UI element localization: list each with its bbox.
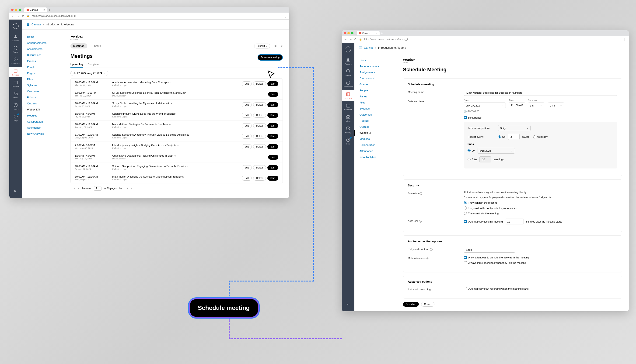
rail-collapse-icon[interactable]: ⇤ bbox=[344, 300, 352, 308]
join-button[interactable]: Join bbox=[268, 92, 278, 97]
tone-select[interactable]: Beep⌄ bbox=[464, 247, 515, 252]
window-minimize-icon[interactable] bbox=[15, 8, 17, 11]
browser-tab[interactable]: Canvas × bbox=[357, 31, 380, 36]
start-button[interactable]: Start bbox=[267, 81, 278, 86]
url-text[interactable]: https://www.canvas.com/courses/webex_lti bbox=[32, 15, 281, 17]
back-button[interactable]: ← bbox=[12, 14, 15, 18]
rail-account[interactable]: Account bbox=[342, 56, 354, 66]
ends-on-radio[interactable]: On bbox=[468, 149, 475, 152]
new-tab-button[interactable]: + bbox=[381, 31, 383, 35]
delete-button[interactable]: Delete bbox=[253, 165, 266, 170]
recurrence-pattern-select[interactable]: Daily⌄ bbox=[498, 125, 531, 131]
course-nav-item[interactable]: Syllabus bbox=[22, 82, 64, 88]
edit-button[interactable]: Edit bbox=[242, 123, 252, 128]
reload-button[interactable]: ⟳ bbox=[22, 14, 24, 18]
course-nav-item[interactable]: Collaboration bbox=[354, 142, 396, 148]
window-maximize-icon[interactable] bbox=[351, 32, 353, 34]
forward-button[interactable]: → bbox=[349, 38, 352, 41]
window-close-icon[interactable] bbox=[11, 8, 14, 11]
autolock-checkbox[interactable]: Automatically lock my meeting bbox=[464, 220, 503, 223]
edit-button[interactable]: Edit bbox=[242, 81, 252, 86]
join-rule-option-1[interactable]: They can join the meeting bbox=[464, 201, 497, 204]
page-last-icon[interactable]: » bbox=[131, 187, 132, 190]
meeting-title[interactable]: Math Matters: Strategies for Success in … bbox=[112, 123, 168, 126]
rail-collapse-icon[interactable]: ⇤ bbox=[12, 186, 20, 195]
course-nav-item[interactable]: Discussions bbox=[354, 75, 396, 81]
rail-courses[interactable]: Courses bbox=[9, 67, 22, 77]
edit-button[interactable]: Edit bbox=[242, 144, 252, 149]
subtab-meetings[interactable]: Meetings bbox=[71, 43, 87, 48]
url-text[interactable]: https://www.canvas.com/courses/webex_lti bbox=[364, 38, 621, 40]
rail-admin[interactable]: Admin bbox=[9, 44, 22, 54]
tab-completed[interactable]: Completed bbox=[88, 62, 100, 68]
course-nav-item[interactable]: Attendance bbox=[22, 125, 64, 131]
canvas-logo-icon[interactable] bbox=[344, 46, 352, 53]
meeting-title[interactable]: Math Magic: Unlocking the Secrets to Mat… bbox=[112, 175, 184, 178]
course-nav-item[interactable]: Announcements bbox=[22, 40, 64, 46]
window-close-icon[interactable] bbox=[344, 32, 346, 34]
meeting-name-input[interactable] bbox=[464, 90, 617, 96]
course-nav-item[interactable]: Syllabus bbox=[354, 106, 396, 112]
course-nav-item[interactable]: Rubrics bbox=[354, 118, 396, 124]
rail-calendar[interactable]: Calendar bbox=[9, 78, 22, 89]
ends-on-date-select[interactable]: 8/18/2024⌄ bbox=[478, 148, 515, 154]
meeting-title[interactable]: STEM Spotlight: Exploring Science, Tech,… bbox=[112, 91, 186, 94]
canvas-logo-icon[interactable] bbox=[12, 22, 19, 30]
browser-menu-icon[interactable]: ⋮ bbox=[284, 14, 287, 18]
mute-option-2[interactable]: Always mute attendees when they join the… bbox=[464, 261, 526, 264]
ends-after-radio[interactable]: After bbox=[468, 158, 477, 161]
repeat-value-input[interactable] bbox=[508, 134, 520, 140]
course-nav-item[interactable]: Grades bbox=[354, 81, 396, 88]
course-nav-item[interactable]: Grades bbox=[22, 58, 64, 64]
page-select[interactable]: 1 ⌄ bbox=[94, 186, 102, 190]
delete-button[interactable]: Delete bbox=[253, 176, 266, 180]
start-button[interactable]: Start bbox=[267, 176, 278, 180]
page-prev-label[interactable]: Previous bbox=[82, 187, 91, 190]
date-select[interactable]: July 27, 2024⌄ bbox=[464, 102, 506, 108]
course-nav-item[interactable]: Collaboration bbox=[22, 118, 64, 125]
hamburger-icon[interactable]: ☰ bbox=[359, 46, 362, 50]
start-button[interactable]: Start bbox=[267, 102, 278, 107]
window-maximize-icon[interactable] bbox=[19, 8, 21, 11]
course-nav-item[interactable]: Assignments bbox=[354, 69, 396, 75]
course-nav-item[interactable]: Assignments bbox=[22, 46, 64, 52]
breadcrumb-root[interactable]: Canvas bbox=[32, 23, 41, 26]
duration-hours-select[interactable]: 1 hr⌄ bbox=[528, 102, 544, 108]
start-button[interactable]: Start bbox=[267, 165, 278, 170]
join-rule-option-3[interactable]: They can't join the meeting bbox=[464, 212, 499, 215]
course-nav-item[interactable]: People bbox=[354, 88, 396, 94]
delete-button[interactable]: Delete bbox=[253, 144, 266, 149]
autolock-minutes-select[interactable]: 10⌄ bbox=[505, 218, 524, 224]
course-nav-item[interactable]: Webex LTI bbox=[22, 106, 64, 112]
course-nav-item[interactable]: Announcements bbox=[354, 63, 396, 69]
course-nav-item[interactable]: Webex LTI bbox=[354, 130, 396, 136]
meeting-title[interactable]: Science Symposium: Engaging Discussions … bbox=[112, 165, 187, 168]
new-tab-button[interactable]: + bbox=[49, 8, 50, 12]
rail-history[interactable]: History bbox=[9, 101, 22, 112]
grid-icon[interactable]: ⊞ bbox=[274, 44, 277, 48]
forward-button[interactable]: → bbox=[17, 14, 20, 18]
repeat-weekday-radio[interactable]: weekday bbox=[533, 136, 547, 138]
recurrence-checkbox[interactable]: Recurrence bbox=[464, 116, 482, 119]
edit-button[interactable]: Edit bbox=[242, 165, 252, 170]
rail-help[interactable]: Help bbox=[9, 112, 22, 123]
course-nav-item[interactable]: Files bbox=[354, 100, 396, 106]
start-button[interactable]: Start bbox=[267, 144, 278, 149]
support-button[interactable]: Support↗ bbox=[254, 44, 270, 48]
subtab-setup[interactable]: Setup bbox=[91, 43, 104, 48]
delete-button[interactable]: Delete bbox=[253, 134, 266, 139]
start-button[interactable]: Start bbox=[267, 134, 278, 139]
page-prev-icon[interactable]: ‹ bbox=[78, 187, 79, 190]
rail-history[interactable]: History bbox=[342, 124, 354, 135]
rail-inbox[interactable]: Inbox bbox=[9, 90, 22, 100]
edit-button[interactable]: Edit bbox=[242, 102, 252, 107]
rail-calendar[interactable]: Calendar bbox=[342, 102, 354, 112]
start-button[interactable]: Start bbox=[267, 113, 278, 118]
course-nav-item[interactable]: New Analytics bbox=[22, 131, 64, 137]
mute-option-1[interactable]: Allow attendees to unmute themselves in … bbox=[464, 256, 529, 259]
info-icon[interactable]: i bbox=[426, 257, 429, 260]
rail-dashboard[interactable]: Dashboard bbox=[9, 56, 22, 66]
meeting-title[interactable]: Academic Acceleration: Mastering Core Co… bbox=[112, 81, 169, 84]
join-button[interactable]: Join bbox=[268, 155, 278, 160]
meeting-title[interactable]: Study Circle: Unveiling the Mysteries of… bbox=[112, 102, 172, 105]
